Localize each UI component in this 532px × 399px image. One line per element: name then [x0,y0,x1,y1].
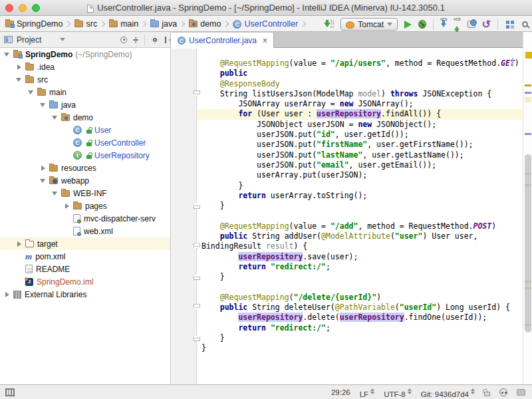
code-line[interactable]: @RequestMapping("/delete/{userId}") [201,293,519,303]
expand-arrow-icon[interactable] [65,203,72,209]
tree-row[interactable]: target [0,237,170,250]
git-branch-widget[interactable]: Git: 9436d7d4 [421,386,475,398]
gear-icon[interactable] [153,38,157,42]
code-line[interactable]: return "redirect:/"; [201,323,519,333]
identifier-mark-icon[interactable] [525,92,531,94]
code-line[interactable]: userJSON.put("id", user.getId()); [201,130,519,140]
code-line[interactable]: userRepository.delete(userRepository.fin… [201,313,519,323]
code-line[interactable]: public String deleteUser(@PathVariable("… [201,303,519,313]
tree-row[interactable]: .idea [0,61,170,73]
tab-usercontroller[interactable]: C UserController.java × [172,33,274,48]
vcs-commit-button[interactable]: VCS [454,18,460,31]
code-line[interactable]: @RequestMapping(value = "/api/users", me… [201,59,519,68]
tree-row[interactable]: webapp [0,174,170,187]
tree-row[interactable]: CUser [0,124,170,136]
hide-panel-icon[interactable] [165,37,166,43]
identifier-mark-icon[interactable] [525,133,531,135]
error-stripe[interactable] [523,32,532,384]
warning-mark-icon[interactable] [525,84,531,86]
project-panel-title[interactable]: Project [17,35,41,45]
code-line[interactable]: JSONArray userArray = new JSONArray(); [201,99,519,109]
tree-row[interactable]: pages [0,200,170,212]
unlock-icon[interactable] [484,392,490,396]
code-line[interactable]: public String addUser(@ModelAttribute("u… [201,231,519,241]
code-line[interactable]: } [201,343,519,353]
tree-row[interactable]: CUserController [0,136,170,149]
expand-arrow-icon[interactable] [16,78,21,84]
expand-arrow-icon[interactable] [28,90,33,97]
breadcrumb-item[interactable]: SpringDemo [5,19,63,29]
code-line[interactable]: } [201,272,519,282]
expand-arrow-icon[interactable] [52,116,57,122]
expand-arrow-icon[interactable] [41,166,48,171]
code-line[interactable]: } [201,333,519,343]
chevron-down-icon[interactable] [60,38,65,44]
code-line[interactable]: userArray.put(userJSON); [201,170,519,180]
code-line[interactable]: BindingResult result) { [201,241,519,251]
collapse-all-icon[interactable]: ÷ [133,36,138,44]
tool-window-toggle-icon[interactable] [5,388,15,396]
changes-clock-icon[interactable] [467,21,475,28]
expand-arrow-icon[interactable] [52,192,57,198]
hector-inspector-icon[interactable] [499,388,507,396]
scroll-from-source-icon[interactable] [120,37,127,43]
expand-arrow-icon[interactable] [40,179,45,186]
expand-arrow-icon[interactable] [40,103,45,110]
tree-row[interactable]: README [0,263,170,275]
rollback-icon[interactable]: ↺ [482,19,491,30]
tree-row[interactable]: java [0,98,170,111]
tree-row[interactable]: demo [0,111,170,124]
expand-arrow-icon[interactable] [5,292,12,297]
encoding-select[interactable]: UTF-8 [384,386,412,398]
code-line[interactable] [201,283,519,293]
breadcrumb-item[interactable]: main [109,19,138,29]
code-line[interactable]: return "redirect:/"; [201,262,519,272]
tree-row[interactable]: SpringDemo (~/SpringDemo) [0,48,170,61]
code-line[interactable]: userRepository.save(user); [201,252,519,262]
breadcrumb-item[interactable]: demo [189,19,221,29]
code-line[interactable]: return userArray.toString(); [201,191,519,201]
tree-row[interactable]: JSpringDemo.iml [0,275,170,288]
tree-row[interactable]: External Libraries [0,288,170,301]
tree-row[interactable]: mpom.xml [0,250,170,263]
breadcrumb-item[interactable]: java [150,19,177,29]
code-line[interactable]: } [201,201,519,211]
code-line[interactable]: userJSON.put("lastName", user.getLastNam… [201,150,519,160]
tree-row[interactable]: src [0,73,170,86]
expand-arrow-icon[interactable] [17,241,24,247]
code-line[interactable] [201,211,519,221]
search-icon[interactable] [522,21,528,27]
code-line[interactable]: @ResponseBody [201,79,519,89]
inspection-status-icon[interactable] [525,52,532,59]
code-line[interactable]: for (User user : userRepository.findAll(… [201,109,519,119]
tree-row[interactable]: web.xml [0,225,170,237]
code-line[interactable]: userJSON.put("email", user.getEmail()); [201,160,519,170]
event-log-icon[interactable] [517,389,525,396]
update-application-icon[interactable]: 01 10 01 [324,19,334,31]
code-line[interactable]: userJSON.put("firstName", user.getFirstN… [201,140,519,150]
code-line[interactable]: @RequestMapping(value = "/add", method =… [201,221,519,231]
code-line[interactable]: } [201,181,519,191]
scrollbar-thumb[interactable] [525,154,531,332]
run-button[interactable] [404,21,412,29]
code-line[interactable]: JSONObject userJSON = new JSONObject(); [201,120,519,130]
expand-arrow-icon[interactable] [4,53,9,59]
project-structure-icon[interactable] [506,21,509,24]
tree-row[interactable]: WEB-INF [0,187,170,200]
caret-position[interactable]: 29:26 [331,388,350,396]
close-tab-icon[interactable]: × [263,36,267,45]
expand-arrow-icon[interactable] [17,65,24,70]
run-configuration-select[interactable]: Tomcat [340,18,398,31]
line-separator-select[interactable]: LF [360,386,374,398]
code-line[interactable]: public [201,68,519,78]
vcs-update-button[interactable]: VCS [440,18,447,31]
tree-row[interactable]: resources [0,162,170,174]
debug-button[interactable] [418,20,426,29]
tree-row[interactable]: mvc-dispatcher-serv [0,212,170,225]
breadcrumb-item[interactable]: src [74,19,97,29]
breadcrumb-item[interactable]: CUserController [233,19,298,29]
tree-row[interactable]: IUserRepository [0,149,170,162]
code-editor[interactable]: @RequestMapping(value = "/api/users", me… [172,49,532,384]
tree-row[interactable]: main [0,86,170,98]
code-line[interactable]: String listUsersJson(ModelMap model) thr… [201,89,519,99]
